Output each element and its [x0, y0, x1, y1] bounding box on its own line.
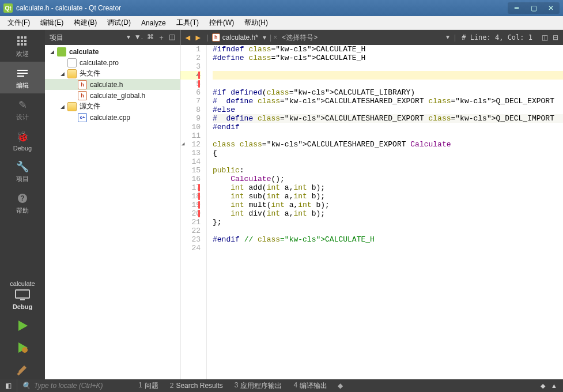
svg-rect-2	[24, 36, 27, 39]
output-tab[interactable]: 3应用程序输出	[229, 381, 288, 391]
svg-rect-5	[24, 40, 27, 42]
tree-header-file[interactable]: h calculate_global.h	[45, 90, 180, 101]
build-button[interactable]	[0, 357, 45, 379]
progress-toggle-icon[interactable]: ▲	[551, 382, 557, 390]
menubar: 文件(F)编辑(E)构建(B)调试(D)Analyze工具(T)控件(W)帮助(…	[0, 16, 563, 30]
twisty-icon[interactable]: ◢	[48, 49, 55, 55]
editor-toolbar: ◄ ► | h calculate.h* ▾ | × <选择符号> ▾ | # …	[180, 30, 563, 45]
maximize-button[interactable]: ▢	[526, 3, 542, 13]
kit-name: calculate	[10, 280, 35, 287]
locator-search[interactable]: 🔍 Type to locate (Ctrl+K)	[17, 382, 133, 390]
folder-icon	[67, 102, 77, 111]
h-file-icon: h	[78, 80, 87, 89]
code-content[interactable]: #ifndef class="kw-cls">CALCULATE_H#defin…	[207, 45, 563, 379]
window-title: calculate.h - calculate - Qt Creator	[16, 4, 508, 12]
svg-rect-11	[17, 76, 24, 77]
twisty-icon[interactable]: ◢	[59, 104, 66, 110]
output-tab[interactable]: 2Search Results	[164, 382, 229, 390]
sidebar-toggle-icon[interactable]: ◧	[0, 379, 17, 392]
project-panel: 项目 ▾ ▼. ⌘ ＋ ◫ ◢ calculate calculate.pro …	[45, 30, 180, 379]
play-debug-icon	[16, 341, 29, 354]
plus-icon[interactable]: ＋	[158, 33, 165, 43]
qt-logo-icon: Qt	[3, 3, 13, 13]
run-button[interactable]	[0, 314, 45, 336]
menu-item[interactable]: 工具(T)	[171, 16, 204, 29]
hammer-icon	[16, 363, 29, 376]
svg-text:?: ?	[20, 194, 24, 202]
line-gutter[interactable]: 123456789101112◢131415161718192021222324	[180, 45, 207, 379]
kit-selector[interactable]: calculate Debug	[0, 274, 45, 314]
close-button[interactable]: ✕	[543, 3, 559, 13]
pro-file-icon	[67, 58, 77, 67]
split-vertical-icon[interactable]: ◫	[542, 33, 548, 42]
tree-label: calculate.cpp	[89, 114, 130, 122]
symbol-selector[interactable]: <选择符号> ▾	[278, 33, 453, 43]
statusbar: ◧ 🔍 Type to locate (Ctrl+K) 1问题2Search R…	[0, 379, 563, 392]
menu-item[interactable]: 帮助(H)	[239, 16, 273, 29]
chevron-down-icon: ▾	[446, 33, 453, 41]
mode-design[interactable]: ✎ 设计	[0, 93, 45, 125]
wrench-icon: 🔧	[14, 161, 31, 172]
code-editor[interactable]: 123456789101112◢131415161718192021222324…	[180, 45, 563, 379]
menu-item[interactable]: 调试(D)	[102, 16, 136, 29]
line-col-indicator[interactable]: # Line: 4, Col: 1	[457, 33, 537, 42]
tree-cpp-file[interactable]: c+ calculate.cpp	[45, 112, 180, 123]
editor-area: ◄ ► | h calculate.h* ▾ | × <选择符号> ▾ | # …	[180, 30, 563, 379]
tree-sources-folder[interactable]: ◢ 源文件	[45, 101, 180, 112]
filter-icon[interactable]: ▼.	[134, 33, 143, 43]
locator-placeholder: Type to locate (Ctrl+K)	[34, 382, 103, 390]
tree-project-root[interactable]: ◢ calculate	[45, 46, 180, 57]
nav-fwd-icon[interactable]: ►	[194, 33, 202, 42]
tree-pro-file[interactable]: calculate.pro	[45, 57, 180, 68]
menu-item[interactable]: 控件(W)	[204, 16, 239, 29]
menu-item[interactable]: 编辑(E)	[35, 16, 69, 29]
project-dropdown-icon[interactable]: ▾	[127, 33, 130, 43]
tree-label: 头文件	[78, 69, 100, 78]
menu-item[interactable]: Analyze	[136, 17, 171, 29]
run-debug-button[interactable]	[0, 336, 45, 357]
tree-label: calculate	[68, 48, 99, 56]
output-tab[interactable]: 1问题	[133, 381, 164, 391]
output-toggle-icon[interactable]: ◆	[541, 382, 545, 390]
menu-item[interactable]: 构建(B)	[69, 16, 102, 29]
kit-config: Debug	[13, 303, 32, 310]
svg-rect-4	[21, 40, 23, 42]
mode-welcome-label: 欢迎	[16, 50, 29, 58]
nav-back-icon[interactable]: ◄	[184, 33, 192, 42]
window-controls: ━ ▢ ✕	[508, 2, 560, 14]
svg-rect-0	[17, 36, 20, 39]
project-tree[interactable]: ◢ calculate calculate.pro ◢ 头文件 h calcul…	[45, 45, 180, 379]
output-tab[interactable]: 4编译输出	[288, 381, 333, 391]
h-file-icon: h	[212, 33, 220, 42]
open-file-name[interactable]: calculate.h*	[222, 33, 260, 42]
tree-label: 源文件	[78, 101, 100, 111]
link-icon[interactable]: ⌘	[147, 33, 154, 43]
tree-header-file[interactable]: h calculate.h	[45, 79, 180, 90]
mode-debug[interactable]: 🐞 Debug	[0, 125, 45, 155]
folder-icon	[67, 69, 77, 78]
mode-edit[interactable]: 编辑	[0, 62, 45, 93]
menu-item[interactable]: 文件(F)	[2, 16, 35, 29]
svg-rect-1	[21, 36, 23, 39]
project-icon	[57, 47, 66, 56]
twisty-icon[interactable]: ◢	[59, 71, 66, 77]
mode-help[interactable]: ? 帮助	[0, 187, 45, 218]
mode-design-label: 设计	[16, 113, 29, 122]
toolbar-extra-icon[interactable]: ⊟	[553, 33, 558, 42]
help-icon: ?	[14, 193, 31, 204]
output-toggle-diamond-icon[interactable]: ◆	[333, 382, 347, 390]
mode-welcome[interactable]: 欢迎	[0, 30, 45, 62]
svg-rect-14	[16, 290, 29, 298]
tree-headers-folder[interactable]: ◢ 头文件	[45, 68, 180, 79]
svg-rect-7	[21, 43, 23, 46]
output-pane-tabs: 1问题2Search Results3应用程序输出4编译输出◆	[133, 381, 535, 391]
minimize-button[interactable]: ━	[508, 3, 524, 13]
file-dropdown-icon[interactable]: ▾	[260, 33, 269, 42]
design-icon: ✎	[14, 99, 31, 111]
grid-icon	[14, 36, 31, 47]
split-icon[interactable]: ◫	[169, 33, 175, 43]
project-panel-title: 项目	[50, 33, 127, 43]
mode-help-label: 帮助	[16, 206, 29, 215]
mode-projects[interactable]: 🔧 项目	[0, 155, 45, 187]
edit-icon	[14, 67, 31, 79]
